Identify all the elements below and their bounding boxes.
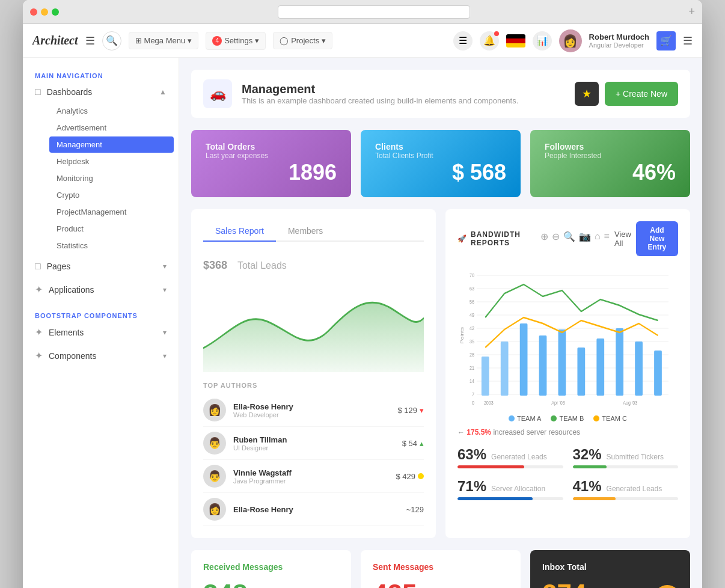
hamburger-icon[interactable]: ☰ (85, 34, 95, 47)
clients-value: $ 568 (375, 160, 506, 185)
close-dot[interactable] (30, 8, 37, 16)
maximize-dot[interactable] (52, 8, 59, 16)
components-group: ✦ Components ▾ (23, 345, 179, 366)
prog-bar-2 (573, 465, 679, 468)
tab-sales-report[interactable]: Sales Report (203, 221, 276, 242)
author-name-1: Ella-Rose Henry (233, 402, 293, 411)
arrow-down-icon-1: ▾ (420, 406, 424, 415)
home-icon[interactable]: ⌂ (595, 231, 601, 242)
page-description: This is an example dashboard created usi… (242, 96, 518, 105)
author-info-4: Ella-Rose Henry (233, 505, 293, 514)
add-entry-button[interactable]: Add New Entry (636, 221, 678, 256)
author-row-3: 👨 Vinnie Wagstaff Java Programmer $ 429 (203, 460, 424, 493)
tab-bar: Sales Report Members (203, 221, 424, 242)
author-info-1: Ella-Rose Henry Web Developer (233, 402, 293, 418)
pages-parent[interactable]: □ Pages ▾ (23, 256, 179, 277)
chevron-down-icon: ▾ (188, 36, 192, 45)
applications-label: Applications (49, 285, 157, 295)
stat-card-followers: Followers People Interested 46% (530, 130, 690, 197)
received-messages-card: Received Messages 348 (191, 550, 351, 588)
svg-text:Apr '03: Apr '03 (551, 400, 565, 406)
sidebar-item-crypto[interactable]: Crypto (49, 187, 174, 203)
applications-group: ✦ Applications ▾ (23, 279, 179, 300)
zoom-out-icon[interactable]: ⊕ (540, 231, 548, 242)
components-arrow: ▾ (163, 352, 167, 360)
url-input[interactable]: demo.dashboardpack.com (278, 5, 470, 19)
list-icon-button[interactable]: ☰ (453, 31, 473, 51)
minimize-dot[interactable] (41, 8, 48, 16)
sidebar: MAIN NAVIGATION □ Dashboards ▲ Analytics… (23, 58, 179, 588)
charts-row: Sales Report Members $368 Total Leads (191, 209, 690, 538)
tab-members[interactable]: Members (276, 221, 335, 242)
sidebar-item-analytics[interactable]: Analytics (49, 103, 174, 119)
shopping-icon-button[interactable]: 🛒 (656, 31, 676, 51)
create-new-button[interactable]: + Create New (605, 82, 678, 106)
bootstrap-label: BOOTSTRAP COMPONENTS (23, 307, 179, 322)
prog-header-2: 32% Submitted Tickers (573, 446, 679, 463)
bandwidth-report-card: 🚀 BANDWIDTH REPORTS ⊕ ⊖ 🔍 📷 ⌂ ≡ (445, 209, 690, 538)
sidebar-item-projectmanagement[interactable]: ProjectManagement (49, 204, 174, 220)
sidebar-item-statistics[interactable]: Statistics (49, 237, 174, 254)
legend-team-b: TEAM B (551, 415, 584, 422)
bottom-row: Received Messages 348 Sent Messages 425 … (191, 550, 690, 588)
mega-menu-button[interactable]: ⊞ Mega Menu ▾ (129, 32, 199, 49)
menu-icon[interactable]: ≡ (604, 231, 610, 242)
prog-bar-3 (457, 497, 563, 500)
team-b-dot (551, 415, 557, 421)
sales-area-chart (203, 276, 424, 372)
svg-text:0: 0 (472, 400, 474, 406)
team-a-label: TEAM A (517, 415, 541, 422)
projects-button[interactable]: ◯ Projects ▾ (273, 32, 332, 49)
sidebar-item-product[interactable]: Product (49, 221, 174, 237)
zoom-in-icon[interactable]: ⊖ (552, 231, 560, 242)
sidebar-item-helpdesk[interactable]: Helpdesk (49, 153, 174, 170)
svg-text:49: 49 (470, 312, 474, 318)
view-all-link[interactable]: View All (614, 230, 631, 248)
dashboards-parent[interactable]: □ Dashboards ▲ (23, 82, 179, 102)
components-parent[interactable]: ✦ Components ▾ (23, 345, 179, 366)
bw-title: 🚀 BANDWIDTH REPORTS (457, 230, 540, 247)
page-header-actions: ★ + Create New (575, 82, 678, 106)
team-c-dot (593, 415, 599, 421)
magnify-icon[interactable]: 🔍 (563, 231, 575, 242)
more-options-icon[interactable]: ☰ (683, 34, 693, 47)
sidebar-item-monitoring[interactable]: Monitoring (49, 170, 174, 186)
prog-bar-1 (457, 465, 563, 468)
bell-icon-button[interactable]: 🔔 (480, 31, 499, 51)
search-button[interactable]: 🔍 (102, 31, 121, 51)
settings-button[interactable]: 4 Settings ▾ (206, 32, 266, 50)
language-flag[interactable] (506, 34, 525, 47)
chevron-down-icon-2: ▾ (255, 36, 259, 45)
prog-fill-2 (573, 465, 607, 468)
svg-text:7: 7 (472, 391, 474, 397)
svg-rect-30 (635, 341, 643, 396)
author-name-2: Ruben Tillman (233, 435, 287, 444)
page-header-text: Management This is an example dashboard … (242, 82, 518, 105)
sidebar-item-advertisement[interactable]: Advertisement (49, 120, 174, 136)
avatar[interactable]: 👩 (559, 29, 582, 52)
svg-text:21: 21 (470, 365, 474, 371)
elements-parent[interactable]: ✦ Elements ▾ (23, 322, 179, 343)
camera-icon[interactable]: 📷 (579, 231, 591, 242)
logo: Architect (32, 34, 78, 47)
svg-rect-26 (558, 329, 566, 396)
applications-arrow: ▾ (163, 286, 167, 294)
settings-badge: 4 (212, 36, 222, 46)
main-nav-label: MAIN NAVIGATION (23, 67, 179, 82)
star-button[interactable]: ★ (575, 82, 599, 106)
sidebar-item-management[interactable]: Management (49, 136, 174, 153)
applications-parent[interactable]: ✦ Applications ▾ (23, 279, 179, 300)
main-content: 🚗 Management This is an example dashboar… (179, 58, 702, 588)
author-role-2: UI Designer (233, 444, 287, 452)
chart-icon-button[interactable]: 📊 (533, 31, 552, 51)
orders-sublabel: Last year expenses (206, 152, 337, 160)
bw-header: 🚀 BANDWIDTH REPORTS ⊕ ⊖ 🔍 📷 ⌂ ≡ (457, 221, 678, 256)
svg-rect-22 (482, 357, 489, 396)
new-tab-button[interactable]: + (688, 5, 695, 18)
sales-report-card: Sales Report Members $368 Total Leads (191, 209, 436, 538)
pages-group: □ Pages ▾ (23, 256, 179, 277)
page-header: 🚗 Management This is an example dashboar… (191, 70, 690, 118)
circle-icon: ◯ (280, 36, 289, 45)
dot-badge-3 (418, 473, 424, 479)
applications-icon: ✦ (35, 284, 43, 295)
